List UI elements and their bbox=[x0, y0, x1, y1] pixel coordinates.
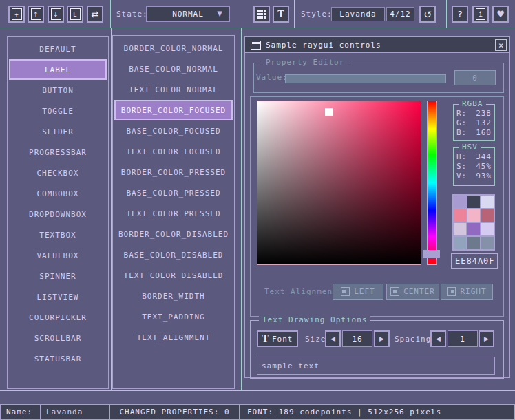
reload-style-button[interactable]: ↺ bbox=[419, 6, 436, 23]
new-file-button[interactable]: + bbox=[8, 6, 25, 23]
control-item-progressbar[interactable]: PROGRESSBAR bbox=[8, 142, 108, 162]
value-slider[interactable] bbox=[285, 74, 446, 83]
state-dropdown[interactable]: NORMAL ▼ bbox=[146, 6, 230, 22]
heart-icon: ♥ bbox=[496, 9, 505, 19]
sample-textbox[interactable]: sample text bbox=[257, 357, 495, 375]
shuffle-icon: ⇄ bbox=[92, 9, 99, 19]
property-item[interactable]: TEXT_COLOR_NORMAL bbox=[113, 79, 234, 100]
changed-properties-text: CHANGED PROPERTIES: 0 bbox=[119, 408, 229, 417]
color-swatch[interactable] bbox=[467, 196, 480, 208]
color-swatch[interactable] bbox=[481, 237, 494, 249]
color-swatch[interactable] bbox=[467, 209, 480, 222]
property-item[interactable]: BORDER_COLOR_DISABLED bbox=[113, 224, 234, 244]
font-info-text: FONT: 189 codepoints | 512x256 pixels bbox=[247, 408, 441, 417]
help-button[interactable]: ? bbox=[452, 6, 468, 23]
align-left-label: LEFT bbox=[354, 287, 375, 296]
control-item-colorpicker[interactable]: COLORPICKER bbox=[8, 307, 108, 328]
open-file-icon: ↑ bbox=[31, 8, 41, 20]
v-value: 93% bbox=[476, 171, 492, 181]
property-item[interactable]: BASE_COLOR_DISABLED bbox=[113, 244, 234, 265]
control-item-statusbar[interactable]: STATUSBAR bbox=[8, 348, 108, 369]
text-icon: T bbox=[262, 333, 269, 344]
property-item-selected[interactable]: BORDER_COLOR_FOCUSED bbox=[114, 100, 233, 120]
property-item[interactable]: BASE_COLOR_PRESSED bbox=[113, 182, 234, 203]
sponsor-button[interactable]: ♥ bbox=[492, 6, 509, 23]
property-item[interactable]: BASE_COLOR_NORMAL bbox=[113, 59, 234, 79]
property-item[interactable]: TEXT_COLOR_FOCUSED bbox=[113, 141, 234, 162]
property-item[interactable]: BORDER_COLOR_PRESSED bbox=[113, 162, 234, 182]
control-item-scrollbar[interactable]: SCROLLBAR bbox=[8, 328, 108, 348]
align-right-label: RIGHT bbox=[460, 287, 486, 296]
control-item-textbox[interactable]: TEXTBOX bbox=[8, 224, 108, 245]
align-center-button[interactable]: CENTER bbox=[386, 284, 439, 300]
random-style-button[interactable]: ⇄ bbox=[87, 6, 103, 23]
color-swatch[interactable] bbox=[454, 223, 466, 235]
control-item-label[interactable]: LABEL bbox=[9, 59, 107, 80]
reload-icon: ↺ bbox=[423, 9, 432, 20]
property-item[interactable]: TEXT_COLOR_PRESSED bbox=[113, 203, 234, 224]
control-item-checkbox[interactable]: CHECKBOX bbox=[8, 162, 108, 183]
control-item-slider[interactable]: SLIDER bbox=[8, 121, 108, 142]
open-file-button[interactable]: ↑ bbox=[28, 6, 44, 23]
close-icon[interactable]: × bbox=[495, 39, 507, 51]
control-item-listview[interactable]: LISTVIEW bbox=[8, 286, 108, 307]
control-item-valuebox[interactable]: VALUEBOX bbox=[8, 245, 108, 266]
size-decrease-button[interactable]: ◀ bbox=[325, 330, 341, 347]
size-valuebox[interactable]: 16 bbox=[342, 330, 372, 347]
color-swatch[interactable] bbox=[467, 237, 480, 249]
style-name-selector[interactable]: Lavanda bbox=[331, 7, 385, 21]
b-label: B: bbox=[456, 128, 467, 138]
hex-color-textbox[interactable]: EE84A0F bbox=[451, 253, 498, 269]
color-swatch[interactable] bbox=[481, 209, 494, 222]
export-file-icon: E bbox=[70, 8, 81, 20]
property-item[interactable]: TEXT_PADDING bbox=[113, 306, 234, 327]
export-file-button[interactable]: E bbox=[67, 6, 83, 23]
hue-bar[interactable] bbox=[427, 101, 437, 265]
property-item[interactable]: BORDER_COLOR_NORMAL bbox=[113, 38, 234, 59]
r-value: 238 bbox=[476, 109, 492, 118]
spacing-decrease-button[interactable]: ◀ bbox=[430, 330, 446, 347]
color-swatch[interactable] bbox=[454, 209, 466, 222]
window-titlebar[interactable]: Sample raygui controls × bbox=[245, 37, 509, 53]
control-item-button[interactable]: BUTTON bbox=[8, 80, 108, 101]
color-picker-cursor[interactable] bbox=[325, 108, 333, 116]
about-button[interactable]: i bbox=[472, 6, 489, 23]
property-editor-group-label: Property Editor bbox=[262, 58, 348, 67]
new-file-icon: + bbox=[12, 8, 22, 20]
align-right-button[interactable]: RIGHT bbox=[441, 284, 493, 300]
style-table-button[interactable] bbox=[253, 6, 270, 23]
control-item-spinner[interactable]: SPINNER bbox=[8, 266, 108, 286]
style-name-textbox[interactable]: Lavanda bbox=[40, 404, 110, 420]
size-increase-button[interactable]: ▶ bbox=[374, 330, 390, 347]
property-item[interactable]: BORDER_WIDTH bbox=[113, 286, 234, 306]
spacing-valuebox[interactable]: 1 bbox=[448, 330, 478, 347]
grid-icon bbox=[258, 10, 266, 19]
s-value: 45% bbox=[476, 162, 492, 171]
property-item[interactable]: TEXT_ALIGNMENT bbox=[113, 327, 234, 348]
control-item-combobox[interactable]: COMBOBOX bbox=[8, 183, 108, 204]
control-item-toggle[interactable]: TOGGLE bbox=[8, 101, 108, 121]
style-index-value: 4/12 bbox=[390, 10, 411, 19]
sample-text: sample text bbox=[262, 361, 319, 370]
color-picker-panel[interactable] bbox=[257, 101, 421, 265]
value-valuebox[interactable]: 0 bbox=[454, 70, 496, 85]
hue-slider-handle[interactable] bbox=[423, 250, 440, 258]
value-valuebox-text: 0 bbox=[472, 74, 478, 83]
font-button-label: Font bbox=[272, 335, 293, 344]
align-right-icon bbox=[447, 287, 456, 296]
color-swatch[interactable] bbox=[481, 196, 494, 208]
color-swatch[interactable] bbox=[454, 237, 466, 249]
spacing-increase-button[interactable]: ▶ bbox=[479, 330, 494, 347]
align-left-button[interactable]: LEFT bbox=[333, 284, 383, 300]
color-swatch[interactable] bbox=[481, 223, 494, 235]
color-swatch[interactable] bbox=[454, 196, 466, 208]
save-file-button[interactable]: ↓ bbox=[48, 6, 64, 23]
font-button[interactable]: T Font bbox=[257, 330, 298, 347]
color-swatch[interactable] bbox=[467, 223, 480, 235]
font-atlas-button[interactable]: T bbox=[273, 6, 289, 23]
statusbar-name-label-cell: Name: bbox=[0, 404, 41, 420]
control-item-dropdownbox[interactable]: DROPDOWNBOX bbox=[8, 204, 108, 224]
control-item-default[interactable]: DEFAULT bbox=[8, 39, 108, 59]
property-item[interactable]: BASE_COLOR_FOCUSED bbox=[113, 120, 234, 141]
property-item[interactable]: TEXT_COLOR_DISABLED bbox=[113, 265, 234, 286]
